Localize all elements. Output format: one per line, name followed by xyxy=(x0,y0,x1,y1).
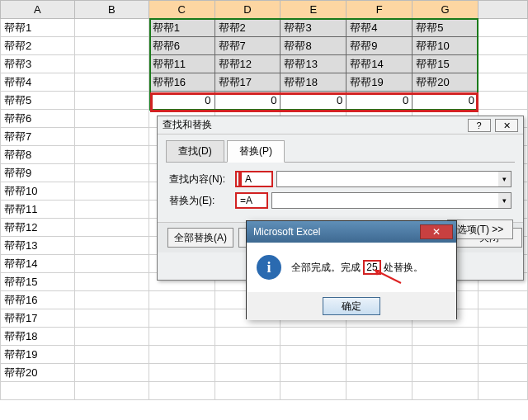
tab-find[interactable]: 查找(D) xyxy=(166,140,224,162)
cell[interactable] xyxy=(214,382,280,400)
ok-button[interactable]: 确定 xyxy=(323,297,380,315)
cell[interactable] xyxy=(214,328,280,346)
cell[interactable]: 帮帮10 xyxy=(412,37,478,55)
cell[interactable] xyxy=(346,364,412,382)
cell[interactable] xyxy=(280,346,346,364)
cell[interactable]: 帮帮9 xyxy=(1,164,75,182)
cell[interactable] xyxy=(74,37,148,55)
col-header-F[interactable]: F xyxy=(346,1,412,19)
cell[interactable] xyxy=(74,364,148,382)
replace-dropdown-icon[interactable]: ▾ xyxy=(498,192,512,209)
options-button[interactable]: 选项(T) >> xyxy=(447,219,513,239)
cell[interactable]: 帮帮5 xyxy=(412,19,478,37)
cell[interactable] xyxy=(478,37,528,55)
cell[interactable] xyxy=(214,346,280,364)
cell[interactable] xyxy=(148,364,214,382)
cell[interactable]: 帮帮1 xyxy=(148,19,214,37)
cell[interactable] xyxy=(74,273,148,291)
tab-replace[interactable]: 替换(P) xyxy=(227,140,285,163)
cell[interactable] xyxy=(74,291,148,309)
cell[interactable] xyxy=(148,309,214,328)
find-input-ext[interactable] xyxy=(276,171,512,187)
cell[interactable] xyxy=(412,328,478,346)
cell[interactable] xyxy=(280,382,346,400)
cell[interactable] xyxy=(74,201,148,219)
cell[interactable] xyxy=(74,182,148,201)
msgbox-titlebar[interactable]: Microsoft Excel ✕ xyxy=(247,221,456,243)
dialog-titlebar[interactable]: 查找和替换 ? ✕ xyxy=(158,116,523,134)
cell[interactable]: 帮帮1 xyxy=(1,19,75,37)
col-header-extra[interactable] xyxy=(478,1,528,19)
cell[interactable]: 帮帮7 xyxy=(214,37,280,55)
cell[interactable]: 帮帮20 xyxy=(1,364,75,382)
cell[interactable]: 帮帮19 xyxy=(1,346,75,364)
cell[interactable]: 帮帮14 xyxy=(1,255,75,273)
find-input[interactable] xyxy=(240,171,273,187)
cell[interactable] xyxy=(74,128,148,146)
cell[interactable] xyxy=(1,382,75,400)
cell[interactable]: 帮帮2 xyxy=(1,37,75,55)
cell[interactable] xyxy=(74,309,148,328)
replace-all-button[interactable]: 全部替换(A) xyxy=(167,228,233,248)
cell[interactable] xyxy=(148,328,214,346)
cell[interactable]: 0 xyxy=(412,92,478,110)
col-header-A[interactable]: A xyxy=(1,1,75,19)
cell[interactable] xyxy=(478,309,528,328)
col-header-E[interactable]: E xyxy=(280,1,346,19)
cell[interactable]: 帮帮12 xyxy=(1,219,75,237)
cell[interactable] xyxy=(412,382,478,400)
cell[interactable]: 帮帮15 xyxy=(1,273,75,291)
replace-input[interactable] xyxy=(235,192,268,209)
cell[interactable]: 0 xyxy=(280,92,346,110)
cell[interactable] xyxy=(74,346,148,364)
cell[interactable] xyxy=(478,291,528,309)
find-dropdown-icon[interactable]: ▾ xyxy=(498,171,512,187)
cell[interactable]: 帮帮19 xyxy=(346,73,412,92)
cell[interactable]: 帮帮14 xyxy=(346,55,412,73)
cell[interactable]: 帮帮17 xyxy=(1,309,75,328)
cell[interactable]: 帮帮16 xyxy=(1,291,75,309)
cell[interactable]: 帮帮3 xyxy=(280,19,346,37)
cell[interactable]: 帮帮3 xyxy=(1,55,75,73)
cell[interactable]: 帮帮18 xyxy=(1,328,75,346)
cell[interactable] xyxy=(346,382,412,400)
cell[interactable]: 0 xyxy=(346,92,412,110)
help-icon[interactable]: ? xyxy=(468,119,491,132)
cell[interactable]: 帮帮7 xyxy=(1,128,75,146)
cell[interactable] xyxy=(74,19,148,37)
cell[interactable]: 帮帮13 xyxy=(280,55,346,73)
replace-input-ext[interactable] xyxy=(271,192,512,209)
cell[interactable] xyxy=(74,328,148,346)
cell[interactable]: 帮帮16 xyxy=(148,73,214,92)
cell[interactable]: 帮帮11 xyxy=(148,55,214,73)
cell[interactable]: 0 xyxy=(148,92,214,110)
cell[interactable] xyxy=(478,382,528,400)
cell[interactable] xyxy=(478,55,528,73)
cell[interactable] xyxy=(148,346,214,364)
cell[interactable] xyxy=(148,291,214,309)
col-header-C[interactable]: C xyxy=(148,1,214,19)
cell[interactable]: 帮帮10 xyxy=(1,182,75,201)
cell[interactable] xyxy=(74,73,148,92)
cell[interactable]: 0 xyxy=(214,92,280,110)
col-header-B[interactable]: B xyxy=(74,1,148,19)
cell[interactable] xyxy=(478,73,528,92)
cell[interactable] xyxy=(478,92,528,110)
cell[interactable] xyxy=(280,364,346,382)
cell[interactable] xyxy=(74,110,148,128)
cell[interactable] xyxy=(74,92,148,110)
cell[interactable]: 帮帮11 xyxy=(1,201,75,219)
cell[interactable] xyxy=(478,364,528,382)
cell[interactable] xyxy=(412,364,478,382)
cell[interactable]: 帮帮4 xyxy=(1,73,75,92)
cell[interactable]: 帮帮17 xyxy=(214,73,280,92)
col-header-D[interactable]: D xyxy=(214,1,280,19)
cell[interactable] xyxy=(74,237,148,255)
cell[interactable]: 帮帮20 xyxy=(412,73,478,92)
cell[interactable]: 帮帮2 xyxy=(214,19,280,37)
cell[interactable]: 帮帮18 xyxy=(280,73,346,92)
cell[interactable] xyxy=(478,346,528,364)
cell[interactable]: 帮帮12 xyxy=(214,55,280,73)
cell[interactable]: 帮帮13 xyxy=(1,237,75,255)
cell[interactable] xyxy=(478,328,528,346)
